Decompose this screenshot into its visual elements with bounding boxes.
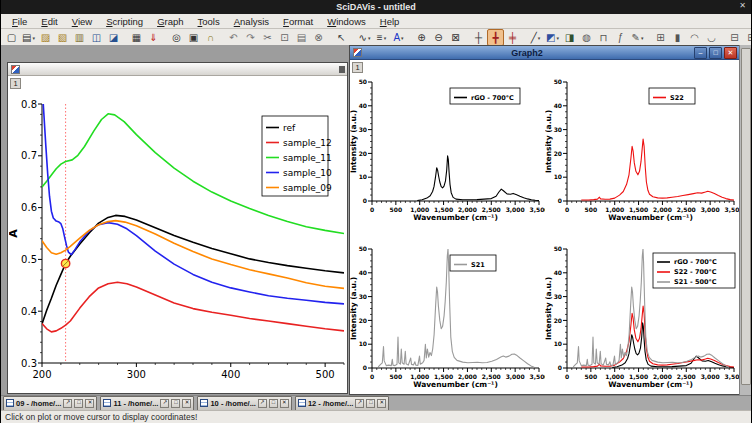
screen-reader-icon[interactable]: ┼ <box>470 29 487 46</box>
svg-text:1,000: 1,000 <box>410 206 429 213</box>
menu-format[interactable]: Format <box>276 16 320 27</box>
open-project-icon[interactable]: ▨ <box>37 29 54 46</box>
raman-chart-s21[interactable]: 05001,0001,5002,0002,5003,0003,500010203… <box>350 229 545 394</box>
add-timestamp-icon[interactable]: ⊓ <box>595 29 612 46</box>
cut-icon[interactable]: ✂ <box>259 29 276 46</box>
window-menu-button[interactable] <box>339 66 345 73</box>
uvvis-chart[interactable]: 2003004005000.30.40.50.60.70.8Arefsample… <box>9 86 347 391</box>
data-reader-icon[interactable]: ╋ <box>487 29 504 46</box>
svg-text:Wavenumber (cm⁻¹): Wavenumber (cm⁻¹) <box>413 380 498 389</box>
glyph: ▤ <box>22 32 31 43</box>
print-icon[interactable]: ▦ <box>128 29 145 46</box>
text-tool-dropdown-icon[interactable]: A▾ <box>390 29 407 46</box>
exchange-axes-icon[interactable]: ⊟ <box>726 29 743 46</box>
add-equation-icon[interactable]: ƒ <box>612 29 629 46</box>
taskbar-tab-09[interactable]: 09 - /home/...↗□✕ <box>3 396 97 411</box>
add-image-icon[interactable]: ◨ <box>561 29 578 46</box>
open-template-icon[interactable]: ▧ <box>54 29 71 46</box>
find-window-icon[interactable]: ◎ <box>168 29 185 46</box>
svg-text:3,500: 3,500 <box>725 206 740 213</box>
lock-toolbars-icon[interactable]: ∩ <box>202 29 219 46</box>
add-layer-icon[interactable]: ⊞ <box>743 29 752 46</box>
layer-button[interactable]: 1 <box>10 78 21 89</box>
redo-icon[interactable]: ↷ <box>242 29 259 46</box>
svg-text:0.5: 0.5 <box>21 254 37 265</box>
save-project-icon[interactable]: ◫ <box>88 29 105 46</box>
svg-text:2,000: 2,000 <box>653 206 672 213</box>
menu-view[interactable]: View <box>65 16 99 27</box>
maximize-button[interactable]: □ <box>709 47 722 59</box>
new-aspect-dropdown-icon[interactable]: ▤▾ <box>20 29 37 46</box>
raman-chart-combined[interactable]: 05001,0001,5002,0002,5003,0003,500010203… <box>545 229 740 394</box>
undo-icon[interactable]: ↶ <box>225 29 242 46</box>
minimize-button[interactable]: – <box>694 47 707 59</box>
scrollbar-thumb[interactable] <box>741 48 751 385</box>
new-legend-icon[interactable]: ◍ <box>578 29 595 46</box>
app-close-icon[interactable]: ✕ <box>739 1 746 10</box>
maximize-button[interactable]: □ <box>269 399 278 408</box>
menu-analysis[interactable]: Analysis <box>227 16 276 27</box>
interpolate-icon[interactable]: ◠ <box>686 29 703 46</box>
select-range-icon[interactable]: ╪ <box>504 29 521 46</box>
restore-button[interactable]: ↗ <box>160 399 169 408</box>
close-button[interactable]: ✕ <box>724 47 737 59</box>
export-pdf-icon[interactable]: ⇓ <box>145 29 162 46</box>
copy-icon[interactable]: ⊡ <box>276 29 293 46</box>
vertical-scrollbar[interactable] <box>739 45 751 395</box>
uvvis-plot-window[interactable]: 1 2003004005000.30.40.50.60.70.8Arefsamp… <box>7 62 348 394</box>
maximize-button[interactable]: □ <box>74 399 83 408</box>
glyph: ↖ <box>337 32 345 43</box>
draw-annotation-dropdown-icon[interactable]: ✎▾ <box>629 29 646 46</box>
new-note-icon[interactable]: ▣ <box>185 29 202 46</box>
paste-icon[interactable]: ▤ <box>293 29 310 46</box>
glyph: ▢ <box>7 32 16 43</box>
menu-file[interactable]: File <box>5 16 34 27</box>
maximize-button[interactable]: □ <box>171 399 180 408</box>
restore-button[interactable]: ↗ <box>63 399 72 408</box>
uvvis-window-titlebar[interactable] <box>8 63 347 76</box>
menu-scripting[interactable]: Scripting <box>99 16 150 27</box>
taskbar-tab-11[interactable]: 11 - /home/...↗□✕ <box>100 396 194 411</box>
table-icon <box>298 399 306 407</box>
svg-text:0.6: 0.6 <box>21 202 37 213</box>
save-template-icon[interactable]: ◪ <box>105 29 122 46</box>
restore-button[interactable]: ↗ <box>355 399 364 408</box>
plot-type-dropdown-icon[interactable]: ∿▾ <box>356 29 373 46</box>
smooth-icon[interactable]: ◡ <box>703 29 720 46</box>
menu-graph[interactable]: Graph <box>150 16 190 27</box>
raman-chart-s22[interactable]: 05001,0001,5002,0002,5003,0003,500010203… <box>545 62 740 229</box>
pointer-icon[interactable]: ↖ <box>333 29 350 46</box>
graph2-titlebar[interactable]: Graph2 –□✕ <box>350 46 740 60</box>
svg-text:500: 500 <box>390 206 403 213</box>
layer-button[interactable]: 1 <box>352 62 363 73</box>
fill-area-icon[interactable]: ▮ <box>669 29 686 46</box>
curve-style-dropdown-icon[interactable]: ≡▾ <box>373 29 390 46</box>
glyph: ▨ <box>41 32 50 43</box>
menu-edit[interactable]: Edit <box>34 16 64 27</box>
close-button[interactable]: ✕ <box>85 399 94 408</box>
taskbar-tab-10[interactable]: 10 - /home/...↗□✕ <box>197 396 291 411</box>
draw-line-dropdown-icon[interactable]: ╱▾ <box>527 29 544 46</box>
close-button[interactable]: ✕ <box>377 399 386 408</box>
fit-page-icon[interactable]: ⊠ <box>447 29 464 46</box>
menu-windows[interactable]: Windows <box>320 16 373 27</box>
delete-icon[interactable]: ⊗ <box>310 29 327 46</box>
zoom-out-icon[interactable]: ⊖ <box>430 29 447 46</box>
menu-help[interactable]: Help <box>373 16 407 27</box>
taskbar-tab-12[interactable]: 12 - /home/...↗□✕ <box>295 396 389 411</box>
contour-icon[interactable]: ⊞ <box>652 29 669 46</box>
graph2-window[interactable]: Graph2 –□✕ 1 05001,0001,5002,0002,5003,0… <box>349 45 741 395</box>
app-titlebar[interactable]: SciDAVis - untitled ✕ <box>1 0 751 14</box>
svg-text:ref: ref <box>283 123 296 133</box>
svg-text:300: 300 <box>127 369 146 380</box>
raman-chart-rgo[interactable]: 05001,0001,5002,0002,5003,0003,500010203… <box>350 62 545 229</box>
new-project-icon[interactable]: ▢ <box>3 29 20 46</box>
close-button[interactable]: ✕ <box>182 399 191 408</box>
menu-tools[interactable]: Tools <box>191 16 227 27</box>
zoom-in-icon[interactable]: ⊕ <box>413 29 430 46</box>
close-button[interactable]: ✕ <box>280 399 289 408</box>
restore-button[interactable]: ↗ <box>258 399 267 408</box>
import-ascii-icon[interactable]: ▥ <box>71 29 88 46</box>
add-curve-dropdown-icon[interactable]: ◩▾ <box>544 29 561 46</box>
maximize-button[interactable]: □ <box>366 399 375 408</box>
